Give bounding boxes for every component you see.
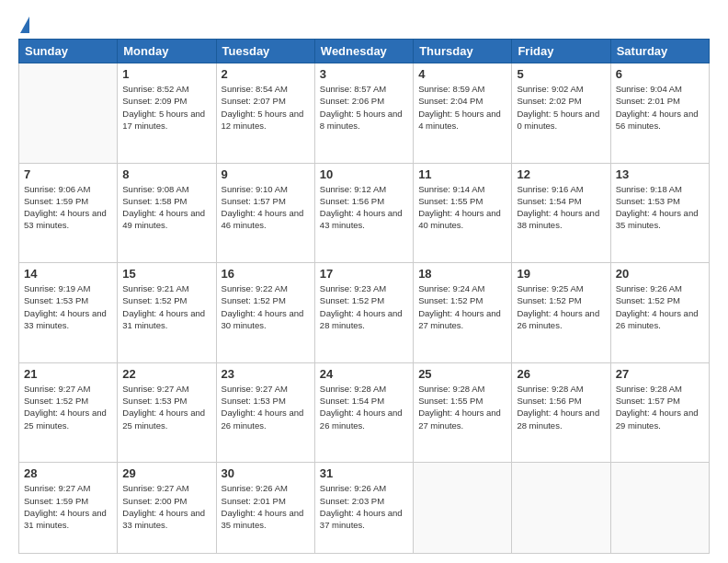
day-number: 4 [418, 67, 506, 81]
day-number: 20 [616, 267, 704, 281]
calendar-cell: 16Sunrise: 9:22 AM Sunset: 1:52 PM Dayli… [216, 263, 314, 363]
day-info: Sunrise: 9:27 AM Sunset: 1:53 PM Dayligh… [122, 383, 210, 431]
calendar-cell: 10Sunrise: 9:12 AM Sunset: 1:56 PM Dayli… [314, 163, 413, 263]
day-number: 15 [122, 267, 210, 281]
day-info: Sunrise: 9:27 AM Sunset: 1:53 PM Dayligh… [222, 383, 310, 431]
day-number: 23 [222, 367, 310, 381]
calendar-cell: 11Sunrise: 9:14 AM Sunset: 1:55 PM Dayli… [414, 163, 512, 263]
day-info: Sunrise: 8:52 AM Sunset: 2:09 PM Dayligh… [122, 83, 210, 132]
calendar-cell: 20Sunrise: 9:26 AM Sunset: 1:52 PM Dayli… [610, 263, 709, 363]
page: SundayMondayTuesdayWednesdayThursdayFrid… [0, 0, 728, 563]
day-number: 13 [616, 167, 704, 181]
day-info: Sunrise: 9:19 AM Sunset: 1:53 PM Dayligh… [24, 282, 112, 331]
day-info: Sunrise: 9:25 AM Sunset: 1:52 PM Dayligh… [517, 282, 605, 331]
calendar-day-header: Friday [512, 40, 610, 63]
calendar-cell: 24Sunrise: 9:28 AM Sunset: 1:54 PM Dayli… [314, 362, 413, 463]
calendar-cell: 31Sunrise: 9:26 AM Sunset: 2:03 PM Dayli… [314, 463, 413, 554]
day-number: 30 [222, 466, 310, 480]
day-info: Sunrise: 9:27 AM Sunset: 2:00 PM Dayligh… [122, 482, 210, 531]
day-info: Sunrise: 8:54 AM Sunset: 2:07 PM Dayligh… [222, 83, 310, 132]
calendar-cell [19, 63, 118, 164]
calendar-table: SundayMondayTuesdayWednesdayThursdayFrid… [18, 39, 710, 554]
calendar-cell: 27Sunrise: 9:28 AM Sunset: 1:57 PM Dayli… [610, 362, 709, 463]
calendar-cell: 30Sunrise: 9:26 AM Sunset: 2:01 PM Dayli… [216, 463, 314, 554]
day-info: Sunrise: 9:27 AM Sunset: 1:52 PM Dayligh… [24, 383, 112, 431]
calendar-cell: 1Sunrise: 8:52 AM Sunset: 2:09 PM Daylig… [118, 63, 216, 164]
day-number: 6 [616, 67, 704, 81]
calendar-cell: 12Sunrise: 9:16 AM Sunset: 1:54 PM Dayli… [512, 163, 610, 263]
day-number: 19 [517, 267, 605, 281]
day-info: Sunrise: 9:26 AM Sunset: 2:01 PM Dayligh… [222, 482, 310, 531]
calendar-week-row: 21Sunrise: 9:27 AM Sunset: 1:52 PM Dayli… [19, 362, 710, 463]
calendar-cell: 6Sunrise: 9:04 AM Sunset: 2:01 PM Daylig… [610, 63, 709, 164]
day-number: 16 [222, 267, 310, 281]
calendar-week-row: 14Sunrise: 9:19 AM Sunset: 1:53 PM Dayli… [19, 263, 710, 363]
day-info: Sunrise: 9:24 AM Sunset: 1:52 PM Dayligh… [418, 282, 506, 331]
calendar-cell: 29Sunrise: 9:27 AM Sunset: 2:00 PM Dayli… [118, 463, 216, 554]
day-number: 31 [320, 466, 408, 480]
day-info: Sunrise: 8:59 AM Sunset: 2:04 PM Dayligh… [418, 83, 506, 132]
calendar-cell: 2Sunrise: 8:54 AM Sunset: 2:07 PM Daylig… [216, 63, 314, 164]
calendar-cell: 13Sunrise: 9:18 AM Sunset: 1:53 PM Dayli… [610, 163, 709, 263]
calendar-cell [512, 463, 610, 554]
day-number: 18 [418, 267, 506, 281]
day-number: 2 [222, 67, 310, 81]
calendar-day-header: Saturday [610, 40, 709, 63]
calendar-cell: 26Sunrise: 9:28 AM Sunset: 1:56 PM Dayli… [512, 362, 610, 463]
day-number: 21 [24, 367, 112, 381]
day-info: Sunrise: 9:28 AM Sunset: 1:56 PM Dayligh… [517, 383, 605, 431]
day-info: Sunrise: 9:28 AM Sunset: 1:57 PM Dayligh… [616, 383, 704, 431]
day-number: 28 [24, 466, 112, 480]
header [18, 15, 710, 31]
day-info: Sunrise: 9:28 AM Sunset: 1:55 PM Dayligh… [418, 383, 506, 431]
calendar-cell: 18Sunrise: 9:24 AM Sunset: 1:52 PM Dayli… [414, 263, 512, 363]
calendar-cell: 14Sunrise: 9:19 AM Sunset: 1:53 PM Dayli… [19, 263, 118, 363]
calendar-cell [610, 463, 709, 554]
day-number: 22 [122, 367, 210, 381]
calendar-cell: 15Sunrise: 9:21 AM Sunset: 1:52 PM Dayli… [118, 263, 216, 363]
day-info: Sunrise: 9:04 AM Sunset: 2:01 PM Dayligh… [616, 83, 704, 132]
day-number: 10 [320, 167, 408, 181]
day-info: Sunrise: 9:16 AM Sunset: 1:54 PM Dayligh… [517, 183, 605, 232]
calendar-cell: 28Sunrise: 9:27 AM Sunset: 1:59 PM Dayli… [19, 463, 118, 554]
calendar-cell: 3Sunrise: 8:57 AM Sunset: 2:06 PM Daylig… [314, 63, 413, 164]
day-number: 26 [517, 367, 605, 381]
calendar-week-row: 7Sunrise: 9:06 AM Sunset: 1:59 PM Daylig… [19, 163, 710, 263]
day-info: Sunrise: 9:21 AM Sunset: 1:52 PM Dayligh… [122, 282, 210, 331]
day-info: Sunrise: 9:08 AM Sunset: 1:58 PM Dayligh… [122, 183, 210, 232]
logo-text [18, 15, 29, 31]
day-info: Sunrise: 9:26 AM Sunset: 1:52 PM Dayligh… [616, 282, 704, 331]
logo [18, 15, 29, 31]
day-number: 9 [222, 167, 310, 181]
calendar-day-header: Monday [118, 40, 216, 63]
day-number: 8 [122, 167, 210, 181]
day-number: 1 [122, 67, 210, 81]
calendar-day-header: Thursday [414, 40, 512, 63]
day-info: Sunrise: 9:12 AM Sunset: 1:56 PM Dayligh… [320, 183, 408, 232]
day-info: Sunrise: 9:02 AM Sunset: 2:02 PM Dayligh… [517, 83, 605, 132]
day-number: 25 [418, 367, 506, 381]
calendar-week-row: 28Sunrise: 9:27 AM Sunset: 1:59 PM Dayli… [19, 463, 710, 554]
logo-icon [20, 17, 29, 33]
day-number: 27 [616, 367, 704, 381]
day-number: 14 [24, 267, 112, 281]
calendar-day-header: Sunday [19, 40, 118, 63]
day-info: Sunrise: 9:06 AM Sunset: 1:59 PM Dayligh… [24, 183, 112, 232]
day-info: Sunrise: 9:28 AM Sunset: 1:54 PM Dayligh… [320, 383, 408, 431]
calendar-cell: 4Sunrise: 8:59 AM Sunset: 2:04 PM Daylig… [414, 63, 512, 164]
calendar-cell: 9Sunrise: 9:10 AM Sunset: 1:57 PM Daylig… [216, 163, 314, 263]
day-info: Sunrise: 9:10 AM Sunset: 1:57 PM Dayligh… [222, 183, 310, 232]
calendar-cell: 19Sunrise: 9:25 AM Sunset: 1:52 PM Dayli… [512, 263, 610, 363]
calendar-header-row: SundayMondayTuesdayWednesdayThursdayFrid… [19, 40, 710, 63]
calendar-cell: 22Sunrise: 9:27 AM Sunset: 1:53 PM Dayli… [118, 362, 216, 463]
day-number: 29 [122, 466, 210, 480]
day-number: 11 [418, 167, 506, 181]
calendar-cell: 25Sunrise: 9:28 AM Sunset: 1:55 PM Dayli… [414, 362, 512, 463]
calendar-week-row: 1Sunrise: 8:52 AM Sunset: 2:09 PM Daylig… [19, 63, 710, 164]
day-info: Sunrise: 9:18 AM Sunset: 1:53 PM Dayligh… [616, 183, 704, 232]
day-info: Sunrise: 9:27 AM Sunset: 1:59 PM Dayligh… [24, 482, 112, 531]
calendar-cell [414, 463, 512, 554]
calendar-cell: 7Sunrise: 9:06 AM Sunset: 1:59 PM Daylig… [19, 163, 118, 263]
day-number: 24 [320, 367, 408, 381]
day-info: Sunrise: 9:14 AM Sunset: 1:55 PM Dayligh… [418, 183, 506, 232]
